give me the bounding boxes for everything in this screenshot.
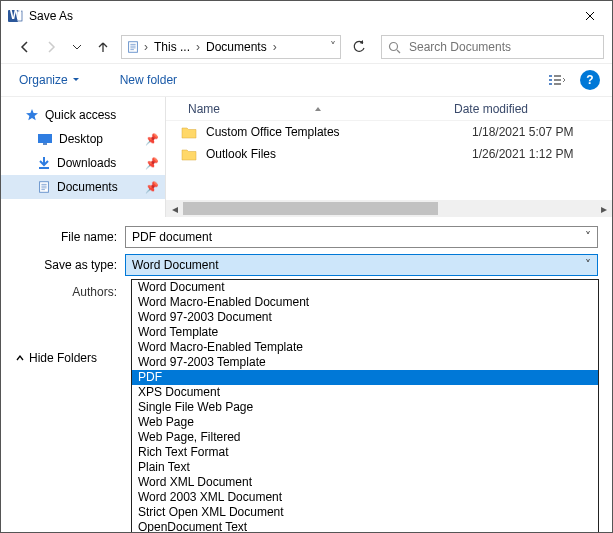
star-icon xyxy=(25,108,39,122)
hide-folders-label: Hide Folders xyxy=(29,351,97,365)
column-header-date[interactable]: Date modified xyxy=(446,102,612,116)
toolbar: Organize New folder ? xyxy=(1,63,612,97)
svg-rect-9 xyxy=(554,79,561,81)
type-option[interactable]: Plain Text xyxy=(132,460,598,475)
organize-menu[interactable]: Organize xyxy=(13,69,86,91)
svg-rect-8 xyxy=(554,75,561,77)
item-date: 1/26/2021 1:12 PM xyxy=(464,147,612,161)
chevron-right-icon[interactable]: › xyxy=(140,40,152,54)
list-item[interactable]: Outlook Files 1/26/2021 1:12 PM xyxy=(166,143,612,165)
view-options-button[interactable] xyxy=(540,69,574,91)
svg-rect-12 xyxy=(43,143,47,145)
item-name: Outlook Files xyxy=(206,147,464,161)
sort-asc-icon xyxy=(314,106,322,112)
chevron-right-icon[interactable]: › xyxy=(192,40,204,54)
svg-rect-13 xyxy=(39,167,49,169)
up-button[interactable] xyxy=(91,35,115,59)
save-as-dialog: W Save As › This ... › Documents › ˅ xyxy=(0,0,613,533)
item-date: 1/18/2021 5:07 PM xyxy=(464,125,612,139)
nav-label: Downloads xyxy=(57,156,116,170)
pin-icon: 📌 xyxy=(145,181,159,194)
recent-locations-button[interactable] xyxy=(65,35,89,59)
organize-label: Organize xyxy=(19,73,68,87)
chevron-up-icon xyxy=(15,353,25,363)
filename-value: PDF document xyxy=(132,230,212,244)
chevron-down-icon[interactable]: ˅ xyxy=(330,40,336,54)
address-bar[interactable]: › This ... › Documents › ˅ xyxy=(121,35,341,59)
authors-label: Authors: xyxy=(1,281,125,311)
filename-field[interactable]: PDF document ˅ xyxy=(125,226,598,248)
svg-rect-3 xyxy=(129,42,138,53)
save-as-type-value: Word Document xyxy=(132,258,218,272)
desktop-icon xyxy=(37,133,53,145)
nav-desktop[interactable]: Desktop 📌 xyxy=(1,127,165,151)
scroll-thumb[interactable] xyxy=(183,202,438,215)
save-as-type-dropdown[interactable]: Word Document ˅ xyxy=(125,254,598,276)
download-icon xyxy=(37,156,51,170)
hide-folders-button[interactable]: Hide Folders xyxy=(15,351,97,365)
type-option[interactable]: Word 97-2003 Document xyxy=(132,310,598,325)
type-option[interactable]: Word XML Document xyxy=(132,475,598,490)
chevron-down-icon[interactable]: ˅ xyxy=(585,230,591,244)
column-header-name[interactable]: Name xyxy=(166,102,446,116)
chevron-right-icon[interactable]: › xyxy=(269,40,281,54)
new-folder-label: New folder xyxy=(120,73,177,87)
save-as-type-options-list: Word DocumentWord Macro-Enabled Document… xyxy=(131,279,599,533)
horizontal-scrollbar[interactable]: ◂ ▸ xyxy=(166,200,612,217)
nav-label: Desktop xyxy=(59,132,103,146)
type-option[interactable]: Rich Text Format xyxy=(132,445,598,460)
list-item[interactable]: Custom Office Templates 1/18/2021 5:07 P… xyxy=(166,121,612,143)
navigation-pane: Quick access Desktop 📌 Downloads 📌 Docum… xyxy=(1,97,165,217)
type-option[interactable]: Web Page xyxy=(132,415,598,430)
svg-text:W: W xyxy=(10,8,22,22)
back-button[interactable] xyxy=(13,35,37,59)
type-option[interactable]: Word 97-2003 Template xyxy=(132,355,598,370)
type-option[interactable]: XPS Document xyxy=(132,385,598,400)
search-icon xyxy=(388,41,401,54)
folder-icon xyxy=(180,124,198,140)
pin-icon: 📌 xyxy=(145,157,159,170)
type-option[interactable]: Single File Web Page xyxy=(132,400,598,415)
nav-label: Quick access xyxy=(45,108,116,122)
type-option[interactable]: OpenDocument Text xyxy=(132,520,598,533)
item-name: Custom Office Templates xyxy=(206,125,464,139)
navigation-bar: › This ... › Documents › ˅ xyxy=(1,31,612,63)
dialog-title: Save As xyxy=(29,9,73,23)
title-bar: W Save As xyxy=(1,1,612,31)
nav-quick-access[interactable]: Quick access xyxy=(1,103,165,127)
breadcrumb-segment[interactable]: This ... xyxy=(152,40,192,54)
svg-rect-11 xyxy=(38,134,52,143)
scroll-left-button[interactable]: ◂ xyxy=(166,200,183,217)
svg-rect-7 xyxy=(549,83,552,85)
new-folder-button[interactable]: New folder xyxy=(114,69,183,91)
svg-rect-10 xyxy=(554,83,561,85)
svg-rect-6 xyxy=(549,79,552,81)
scroll-right-button[interactable]: ▸ xyxy=(595,200,612,217)
search-input[interactable] xyxy=(407,39,597,55)
svg-rect-5 xyxy=(549,75,552,77)
nav-documents[interactable]: Documents 📌 xyxy=(1,175,165,199)
type-option[interactable]: Word Macro-Enabled Template xyxy=(132,340,598,355)
svg-rect-14 xyxy=(40,182,49,193)
forward-button[interactable] xyxy=(39,35,63,59)
type-option[interactable]: Word 2003 XML Document xyxy=(132,490,598,505)
filename-label: File name: xyxy=(1,230,125,244)
type-option[interactable]: Web Page, Filtered xyxy=(132,430,598,445)
type-option[interactable]: Strict Open XML Document xyxy=(132,505,598,520)
list-pane: Name Date modified Custom Office Templat… xyxy=(166,97,612,217)
help-button[interactable]: ? xyxy=(580,70,600,90)
svg-point-4 xyxy=(390,42,398,50)
type-option[interactable]: Word Macro-Enabled Document xyxy=(132,295,598,310)
column-headers: Name Date modified xyxy=(166,97,612,121)
document-icon xyxy=(126,40,140,54)
breadcrumb-segment[interactable]: Documents xyxy=(204,40,269,54)
type-option[interactable]: Word Document xyxy=(132,280,598,295)
pin-icon: 📌 xyxy=(145,133,159,146)
nav-downloads[interactable]: Downloads 📌 xyxy=(1,151,165,175)
chevron-down-icon[interactable]: ˅ xyxy=(585,258,591,272)
search-box[interactable] xyxy=(381,35,604,59)
type-option[interactable]: Word Template xyxy=(132,325,598,340)
refresh-button[interactable] xyxy=(347,35,371,59)
type-option[interactable]: PDF xyxy=(132,370,598,385)
close-button[interactable] xyxy=(567,1,612,31)
